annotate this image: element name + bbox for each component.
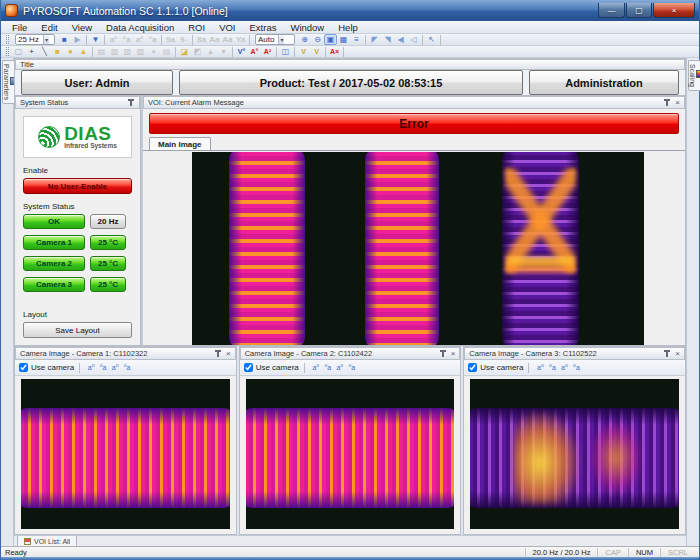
menu-view[interactable]: View: [65, 21, 99, 34]
duplicate-roi-icon[interactable]: ▧: [121, 46, 134, 57]
camera3-temp-button[interactable]: 25 °C: [90, 277, 126, 292]
font-y-icon[interactable]: Ya: [234, 34, 247, 45]
use-camera-checkbox[interactable]: [19, 363, 28, 372]
roi-group-icon[interactable]: ◪: [178, 46, 191, 57]
play-icon[interactable]: ▶: [71, 34, 84, 45]
ref-load-icon[interactable]: ⁰a: [120, 34, 133, 45]
minimize-button[interactable]: —: [598, 3, 625, 18]
save-layout-button[interactable]: Save Layout: [23, 322, 132, 338]
roi-lock-icon[interactable]: ◩: [191, 46, 204, 57]
roi-up-icon[interactable]: ▴: [204, 46, 217, 57]
camera2-status-button[interactable]: Camera 2: [23, 256, 85, 271]
voi-yellow2-icon[interactable]: V: [310, 46, 323, 57]
camera3-thermal-image[interactable]: [470, 379, 679, 529]
draw-line-icon[interactable]: ╲: [38, 46, 51, 57]
menu-window[interactable]: Window: [283, 21, 331, 34]
focus-manual-icon[interactable]: ⁰a: [570, 364, 582, 372]
focus-auto-icon[interactable]: a⁰: [85, 364, 97, 372]
chart-icon[interactable]: ◫: [279, 46, 292, 57]
ref-store-icon[interactable]: a⁰: [107, 34, 120, 45]
original-size-icon[interactable]: ▦: [337, 34, 350, 45]
maximize-button[interactable]: ▢: [626, 3, 652, 18]
toolbar-grip[interactable]: [6, 35, 9, 44]
use-camera-checkbox[interactable]: [244, 363, 253, 372]
ref-store2-icon[interactable]: a⁰: [133, 34, 146, 45]
font-a-icon[interactable]: Aa: [208, 34, 221, 45]
delete-roi-icon[interactable]: ×: [147, 46, 160, 57]
font-a2-icon[interactable]: Aa: [221, 34, 234, 45]
close-button[interactable]: ×: [653, 3, 695, 18]
menu-voi[interactable]: VOI: [212, 21, 242, 34]
zoom-select[interactable]: Auto ▾: [255, 34, 295, 45]
toolbar-grip[interactable]: [6, 47, 9, 56]
pin-icon[interactable]: [127, 99, 135, 107]
focus-auto-icon[interactable]: a⁰: [534, 364, 546, 372]
pin-icon[interactable]: [663, 350, 671, 358]
camera1-status-button[interactable]: Camera 1: [23, 235, 85, 250]
rotate-right-icon[interactable]: ◥: [381, 34, 394, 45]
flip-vertical-icon[interactable]: ◁: [407, 34, 420, 45]
pin-icon[interactable]: [439, 350, 447, 358]
roi-list-icon[interactable]: ▤: [160, 46, 173, 57]
focus-near-icon[interactable]: ⁰a: [97, 364, 109, 372]
menu-help[interactable]: Help: [331, 21, 365, 34]
focus-near-icon[interactable]: ⁰a: [322, 364, 334, 372]
status-rate-button[interactable]: 20 Hz: [90, 214, 126, 229]
alarm-delete-icon[interactable]: A×: [328, 46, 341, 57]
ref-load2-icon[interactable]: ⁰a: [146, 34, 159, 45]
close-icon[interactable]: ×: [451, 350, 456, 358]
fit-window-icon[interactable]: ▣: [324, 34, 337, 45]
add-point-icon[interactable]: +: [25, 46, 38, 57]
snapshot-stop-icon[interactable]: 9-: [177, 34, 190, 45]
zoom-out-icon[interactable]: ⊖: [311, 34, 324, 45]
tab-main-image[interactable]: Main Image: [149, 137, 211, 150]
focus-far-icon[interactable]: a⁰: [109, 364, 121, 372]
product-button[interactable]: Product: Test / 2017-05-02 08:53:15: [179, 70, 523, 95]
copy-roi-icon[interactable]: ▤: [95, 46, 108, 57]
user-enable-button[interactable]: No User-Enable: [23, 178, 132, 194]
frame-rate-select[interactable]: 25 Hz ▾: [15, 34, 55, 45]
focus-far-icon[interactable]: a⁰: [558, 364, 570, 372]
snapshot-icon[interactable]: 9a: [164, 34, 177, 45]
menu-extras[interactable]: Extras: [243, 21, 284, 34]
use-camera-checkbox[interactable]: [468, 363, 477, 372]
focus-manual-icon[interactable]: ⁰a: [121, 364, 133, 372]
user-button[interactable]: User: Admin: [21, 70, 173, 95]
draw-rect-icon[interactable]: ■: [51, 46, 64, 57]
move-roi-icon[interactable]: ▨: [134, 46, 147, 57]
focus-far-icon[interactable]: a⁰: [334, 364, 346, 372]
main-thermal-image[interactable]: [192, 152, 644, 345]
paste-roi-icon[interactable]: ▥: [108, 46, 121, 57]
administration-button[interactable]: Administration: [529, 70, 679, 95]
roi-down-icon[interactable]: ▾: [217, 46, 230, 57]
menu-file[interactable]: File: [5, 21, 34, 34]
close-icon[interactable]: ×: [226, 350, 231, 358]
zoom-in-icon[interactable]: ⊕: [298, 34, 311, 45]
palette-icon[interactable]: ≡: [350, 34, 363, 45]
filter-icon[interactable]: ▼: [89, 34, 102, 45]
stop-icon[interactable]: ■: [58, 34, 71, 45]
record-icon[interactable]: 8a: [195, 34, 208, 45]
alarm-red-icon[interactable]: A°: [248, 46, 261, 57]
tab-scaling[interactable]: Scaling: [688, 60, 700, 91]
focus-near-icon[interactable]: ⁰a: [546, 364, 558, 372]
camera3-status-button[interactable]: Camera 3: [23, 277, 85, 292]
voi-yellow-icon[interactable]: V: [297, 46, 310, 57]
draw-polygon-icon[interactable]: ▲: [77, 46, 90, 57]
menu-data-acquisition[interactable]: Data Acquisition: [99, 21, 181, 34]
draw-ellipse-icon[interactable]: ●: [64, 46, 77, 57]
close-icon[interactable]: ×: [675, 99, 680, 107]
pin-icon[interactable]: [214, 350, 222, 358]
alarm2-red-icon[interactable]: A²: [261, 46, 274, 57]
select-roi-icon[interactable]: ▢: [12, 46, 25, 57]
camera2-temp-button[interactable]: 25 °C: [90, 256, 126, 271]
flip-horizontal-icon[interactable]: ◀: [394, 34, 407, 45]
menu-roi[interactable]: ROI: [181, 21, 212, 34]
focus-manual-icon[interactable]: ⁰a: [346, 364, 358, 372]
pin-icon[interactable]: [663, 99, 671, 107]
pointer-icon[interactable]: ↖: [425, 34, 438, 45]
status-ok-button[interactable]: OK: [23, 214, 85, 229]
camera1-temp-button[interactable]: 25 °C: [90, 235, 126, 250]
rotate-left-icon[interactable]: ◤: [368, 34, 381, 45]
focus-auto-icon[interactable]: a⁰: [310, 364, 322, 372]
